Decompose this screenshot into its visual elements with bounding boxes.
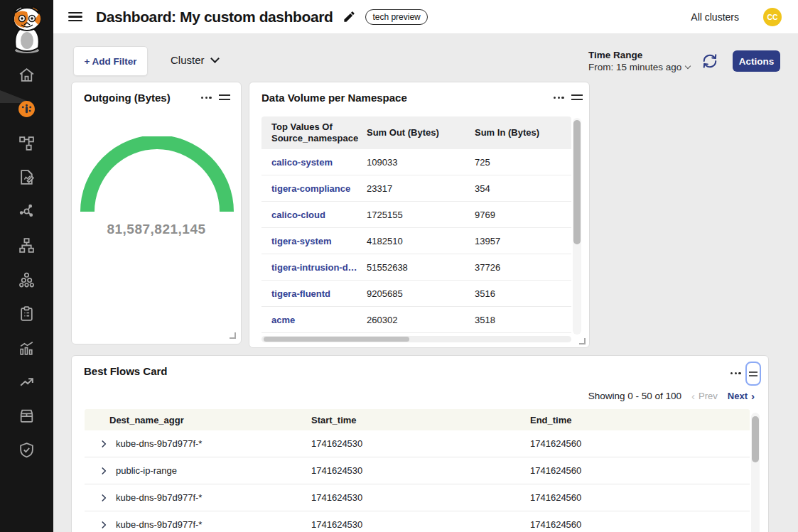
table-header-row: Dest_name_aggr Start_time End_time [85, 409, 750, 430]
dest-name-value: kube-dns-9b7d977f-* [116, 519, 202, 530]
column-header[interactable]: Start_time [311, 415, 530, 425]
time-range-value[interactable]: From: 15 minutes ago [588, 62, 690, 72]
sum-in-value: 3516 [475, 288, 571, 299]
table-row: calico-system 109033 725 [261, 149, 571, 175]
clipboard-list-icon [18, 305, 36, 322]
sidebar-item-network-topology[interactable] [0, 228, 53, 262]
flows-table: Dest_name_aggr Start_time End_time kube-… [85, 409, 750, 532]
sidebar-item-dashboards[interactable] [0, 92, 53, 126]
table-row: tigera-intrusion-d… 51552638 37726 [261, 254, 571, 281]
chevron-down-icon [210, 54, 220, 63]
sidebar-item-storage[interactable] [0, 398, 53, 433]
next-page-button[interactable]: Next › [728, 390, 755, 402]
card-menu-dots-icon[interactable] [554, 97, 564, 99]
row-expand-chevron-icon[interactable] [99, 520, 109, 530]
best-flows-card: Best Flows Card Showing 0 - 50 of 100 ‹ … [71, 355, 769, 532]
card-drag-handle-icon[interactable] [571, 94, 583, 103]
vertical-scrollbar[interactable] [573, 118, 581, 335]
sidebar-item-home[interactable] [0, 58, 53, 92]
card-resize-handle[interactable] [579, 338, 586, 344]
sidebar-nav [0, 58, 53, 467]
card-title: Data Volume per Namespace [261, 92, 407, 104]
shield-check-icon [18, 441, 36, 459]
card-menu-dots-icon[interactable] [730, 372, 741, 374]
chart-bars-line-icon [18, 339, 36, 357]
data-volume-card: Data Volume per Namespace Top Values Of … [249, 82, 590, 348]
refresh-icon[interactable] [702, 53, 718, 69]
column-header[interactable]: Dest_name_aggr [85, 415, 311, 425]
row-expand-chevron-icon[interactable] [99, 439, 109, 449]
top-header: Dashboard: My custom dashboard tech prev… [53, 0, 798, 34]
table-row: tigera-fluentd 9205685 3516 [261, 281, 571, 307]
sidebar-item-policies[interactable] [0, 160, 53, 194]
table-row: calico-cloud 1725155 9769 [261, 202, 571, 228]
namespace-link[interactable]: acme [261, 315, 367, 325]
column-header[interactable]: Sum In (Bytes) [475, 127, 571, 139]
sum-out-value: 260302 [367, 315, 475, 325]
column-header[interactable]: End_time [530, 415, 750, 425]
column-header[interactable]: Sum Out (Bytes) [367, 127, 475, 139]
sum-out-value: 109033 [367, 157, 475, 168]
page-title: Dashboard: My custom dashboard [96, 9, 333, 26]
user-avatar[interactable]: CC [763, 8, 782, 26]
row-expand-chevron-icon[interactable] [99, 493, 109, 503]
card-drag-handle-focused[interactable] [745, 362, 761, 386]
sidebar-item-metrics[interactable] [0, 330, 53, 364]
cluster-filter-dropdown[interactable]: Cluster [171, 54, 218, 66]
dest-name-value: public-ip-range [116, 465, 177, 476]
sum-out-value: 51552638 [367, 262, 475, 273]
sidebar-item-trends[interactable] [0, 364, 53, 398]
sidebar-item-service-graph[interactable] [0, 194, 53, 228]
sidebar-item-flow-visualizations[interactable] [0, 126, 53, 160]
sum-in-value: 3518 [475, 315, 571, 325]
card-drag-handle-icon[interactable] [219, 94, 230, 103]
card-title: Outgoing (Bytes) [84, 92, 171, 104]
cluster-selector[interactable]: All clusters [691, 11, 739, 23]
namespace-table: Top Values Of Source_namespace Sum Out (… [261, 116, 571, 333]
end-time-value: 1741624560 [530, 519, 750, 530]
chevron-right-icon: › [751, 390, 755, 402]
namespace-link[interactable]: tigera-system [261, 236, 367, 246]
column-header[interactable]: Top Values Of Source_namespace [261, 121, 367, 143]
namespace-link[interactable]: tigera-compliance [261, 183, 367, 194]
table-row: tigera-system 4182510 13957 [261, 228, 571, 254]
namespace-link[interactable]: tigera-intrusion-d… [261, 262, 367, 273]
start-time-value: 1741624530 [311, 465, 530, 476]
table-row: acme 260302 3518 [261, 307, 571, 333]
card-menu-dots-icon[interactable] [201, 97, 212, 99]
card-resize-handle[interactable] [230, 332, 236, 339]
sidebar-item-security[interactable] [0, 433, 53, 467]
prev-page-button[interactable]: ‹ Prev [691, 390, 718, 402]
dest-name-value: kube-dns-9b7d977f-* [116, 492, 202, 503]
home-icon [18, 66, 36, 84]
start-time-value: 1741624530 [311, 438, 530, 449]
sum-in-value: 354 [475, 183, 571, 194]
sum-out-value: 4182510 [367, 236, 475, 246]
vertical-scrollbar[interactable] [751, 413, 760, 532]
add-filter-button[interactable]: + Add Filter [73, 46, 148, 76]
horizontal-scrollbar[interactable] [261, 336, 571, 342]
outgoing-bytes-card: Outgoing (Bytes) 81,587,821,145 [71, 82, 242, 344]
sitemap-icon [18, 237, 36, 254]
row-expand-chevron-icon[interactable] [99, 466, 109, 476]
tech-preview-badge: tech preview [365, 9, 427, 25]
storage-box-icon [18, 407, 36, 425]
sum-in-value: 9769 [475, 210, 571, 220]
namespace-link[interactable]: calico-system [261, 157, 367, 168]
actions-button[interactable]: Actions [733, 50, 780, 72]
menu-hamburger-icon[interactable] [68, 12, 82, 22]
cluster-nodes-icon [18, 271, 36, 288]
sidebar-item-compliance[interactable] [0, 296, 53, 330]
table-row: kube-dns-9b7d977f-* 1741624530 174162456… [85, 484, 750, 511]
namespace-link[interactable]: tigera-fluentd [261, 288, 367, 299]
edit-pencil-icon[interactable] [343, 10, 356, 23]
sidebar-item-clusters[interactable] [0, 262, 53, 296]
cluster-filter-label: Cluster [171, 54, 205, 66]
namespace-link[interactable]: calico-cloud [261, 210, 367, 220]
sum-out-value: 23317 [367, 183, 475, 194]
sum-in-value: 13957 [475, 236, 571, 246]
calico-cat-logo-icon[interactable] [6, 4, 48, 56]
table-row: kube-dns-9b7d977f-* 1741624530 174162456… [85, 511, 750, 532]
sum-in-value: 37726 [475, 262, 571, 273]
molecule-graph-icon [18, 202, 36, 220]
